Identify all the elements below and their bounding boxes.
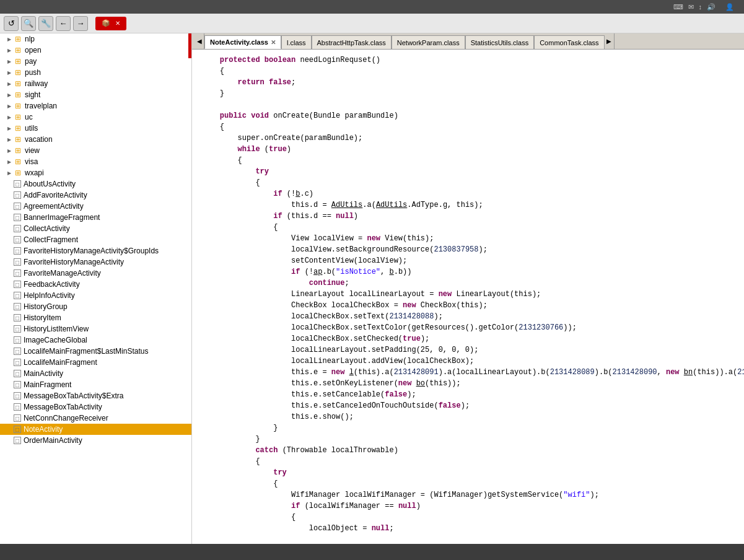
- keyboard-icon: ⌨: [673, 3, 683, 11]
- code-line: this.d = AdUtils.a(AdUtils.AdType.g, thi…: [192, 199, 744, 211]
- tree-arrow: [5, 291, 14, 300]
- code-line: if (localWifiManager == null): [192, 501, 744, 512]
- code-line: CheckBox localCheckBox = new CheckBox(th…: [192, 300, 744, 311]
- sidebar-item-OrderMainActivity[interactable]: □OrderMainActivity: [0, 435, 191, 446]
- sidebar-item-FavoriteHistoryManageActivity-GroupIds[interactable]: □FavoriteHistoryManageActivity$GroupIds: [0, 245, 191, 256]
- code-line: if (!b.c): [192, 188, 744, 199]
- sidebar-item-label: visa: [25, 157, 38, 166]
- sidebar[interactable]: ▶⊞nlp▶⊞open▶⊞pay▶⊞push▶⊞railway▶⊞sight▶⊞…: [0, 33, 192, 544]
- sidebar-item-sight[interactable]: ▶⊞sight: [0, 89, 191, 100]
- sidebar-item-label: view: [25, 146, 40, 155]
- code-line: localCheckBox.setChecked(true);: [192, 333, 744, 344]
- title-bar-right: ⌨ ✉ ↕ 🔊 👤: [673, 3, 740, 11]
- file-tab-AbstractHttpTask-class[interactable]: AbstractHttpTask.class: [312, 35, 392, 49]
- tree-arrow: [5, 425, 14, 434]
- tree-arrow: ▶: [5, 135, 14, 144]
- refresh-button[interactable]: ↺: [4, 16, 19, 31]
- sidebar-item-vacation[interactable]: ▶⊞vacation: [0, 134, 191, 145]
- tree-arrow: [5, 403, 14, 411]
- sidebar-item-LocalifeMainFragment[interactable]: □LocalifeMainFragment: [0, 357, 191, 368]
- jar-close[interactable]: ✕: [115, 20, 120, 27]
- sidebar-item-pay[interactable]: ▶⊞pay: [0, 56, 191, 67]
- sidebar-item-label: LocalifeMainFragment$LastMinStatus: [24, 347, 148, 356]
- sidebar-item-HelpInfoActivity[interactable]: □HelpInfoActivity: [0, 290, 191, 301]
- file-tab-label: l.class: [287, 39, 306, 46]
- sidebar-item-NetConnChangeReceiver[interactable]: □NetConnChangeReceiver: [0, 413, 191, 424]
- code-line: continue;: [192, 278, 744, 289]
- sidebar-item-HistoryItem[interactable]: □HistoryItem: [0, 312, 191, 323]
- toolbar: ↺ 🔍 🔧 ← → 📦 ✕: [0, 14, 744, 33]
- sidebar-item-view[interactable]: ▶⊞view: [0, 145, 191, 156]
- folder-icon: ⊞: [14, 168, 22, 177]
- code-line: if (this.d == null): [192, 211, 744, 222]
- sidebar-item-HistoryGroup[interactable]: □HistoryGroup: [0, 301, 191, 312]
- code-line: localCheckBox.setText(2131428088);: [192, 311, 744, 322]
- sidebar-item-wxapi[interactable]: ▶⊞wxapi: [0, 167, 191, 178]
- sidebar-item-label: FavoriteHistoryManageActivity: [24, 258, 124, 266]
- sidebar-item-MainFragment[interactable]: □MainFragment: [0, 379, 191, 390]
- tree-arrow: ▶: [5, 146, 14, 155]
- file-tab-NetworkParam-class[interactable]: NetworkParam.class: [392, 35, 465, 49]
- tree-arrow: ▶: [5, 113, 14, 121]
- sidebar-item-label: CollectFragment: [24, 235, 78, 244]
- tree-arrow: ▶: [5, 68, 14, 77]
- sidebar-item-railway[interactable]: ▶⊞railway: [0, 78, 191, 89]
- email-icon: ✉: [688, 3, 694, 11]
- sidebar-item-nlp[interactable]: ▶⊞nlp: [0, 33, 191, 45]
- java-file-icon: □: [14, 325, 21, 333]
- code-line: [192, 99, 744, 110]
- sidebar-item-CollectFragment[interactable]: □CollectFragment: [0, 234, 191, 245]
- sidebar-item-travelplan[interactable]: ▶⊞travelplan: [0, 100, 191, 112]
- tree-arrow: [5, 369, 14, 378]
- sidebar-item-ImageCacheGlobal[interactable]: □ImageCacheGlobal: [0, 335, 191, 346]
- sidebar-item-visa[interactable]: ▶⊞visa: [0, 156, 191, 167]
- code-line: try: [192, 166, 744, 177]
- java-file-icon: □: [14, 269, 21, 277]
- sidebar-item-NoteActivity[interactable]: □NoteActivity: [0, 424, 191, 435]
- back-button[interactable]: ←: [56, 16, 71, 31]
- sidebar-item-utils[interactable]: ▶⊞utils: [0, 123, 191, 134]
- sidebar-item-BannerImageFragment[interactable]: □BannerImageFragment: [0, 212, 191, 223]
- java-file-icon: □: [14, 314, 21, 322]
- code-editor[interactable]: protected boolean needLoginRequset() { r…: [192, 50, 744, 544]
- sidebar-item-label: MessageBoxTabActivity$Extra: [24, 392, 123, 400]
- search-button[interactable]: 🔍: [21, 16, 36, 31]
- file-tab-NoteActivity-class[interactable]: NoteActivity.class✕: [204, 35, 281, 49]
- java-file-icon: □: [14, 303, 21, 310]
- sidebar-item-push[interactable]: ▶⊞push: [0, 67, 191, 78]
- sidebar-tree: ▶⊞nlp▶⊞open▶⊞pay▶⊞push▶⊞railway▶⊞sight▶⊞…: [0, 33, 191, 446]
- file-tab-StatisticsUtils-class[interactable]: StatisticsUtils.class: [465, 35, 535, 49]
- sidebar-item-label: AddFavoriteActivity: [24, 191, 87, 199]
- sidebar-item-MainActivity[interactable]: □MainActivity: [0, 368, 191, 379]
- sidebar-item-FavoriteManageActivity[interactable]: □FavoriteManageActivity: [0, 268, 191, 279]
- wrench-button[interactable]: 🔧: [38, 16, 53, 31]
- tree-arrow: [5, 213, 14, 222]
- tree-arrow: [5, 202, 14, 211]
- code-line: this.e = new l(this).a(2131428091).a(loc…: [192, 367, 744, 378]
- sidebar-item-label: uc: [25, 113, 33, 121]
- tab-scroll-left[interactable]: ◀: [195, 33, 204, 49]
- sidebar-item-AddFavoriteActivity[interactable]: □AddFavoriteActivity: [0, 190, 191, 201]
- tab-close-button[interactable]: ✕: [271, 39, 276, 46]
- tree-arrow: ▶: [5, 35, 14, 43]
- sidebar-item-MessageBoxTabActivity[interactable]: □MessageBoxTabActivity: [0, 401, 191, 413]
- sidebar-item-uc[interactable]: ▶⊞uc: [0, 112, 191, 123]
- file-tab-label: StatisticsUtils.class: [471, 39, 529, 46]
- sidebar-item-AboutUsActivity[interactable]: □AboutUsActivity: [0, 178, 191, 190]
- sidebar-item-FavoriteHistoryManageActivity[interactable]: □FavoriteHistoryManageActivity: [0, 256, 191, 268]
- sidebar-item-open[interactable]: ▶⊞open: [0, 45, 191, 56]
- java-file-icon: □: [14, 359, 21, 366]
- sidebar-item-HistoryListItemView[interactable]: □HistoryListItemView: [0, 323, 191, 335]
- forward-button[interactable]: →: [73, 16, 88, 31]
- tab-scroll-right[interactable]: ▶: [605, 33, 615, 49]
- sidebar-item-MessageBoxTabActivity-Extra[interactable]: □MessageBoxTabActivity$Extra: [0, 390, 191, 401]
- java-file-icon: □: [14, 381, 21, 388]
- file-tab-CommonTask-class[interactable]: CommonTask.class: [534, 35, 604, 49]
- sidebar-item-CollectActivity[interactable]: □CollectActivity: [0, 223, 191, 234]
- sidebar-item-LocalifeMainFragment-LastMinStatus[interactable]: □LocalifeMainFragment$LastMinStatus: [0, 346, 191, 357]
- jar-tab[interactable]: 📦 ✕: [95, 17, 126, 30]
- java-file-icon: □: [14, 414, 21, 422]
- sidebar-item-AgreementActivity[interactable]: □AgreementActivity: [0, 201, 191, 212]
- sidebar-item-FeedbackActivity[interactable]: □FeedbackActivity: [0, 279, 191, 290]
- file-tab-l-class[interactable]: l.class: [281, 35, 312, 49]
